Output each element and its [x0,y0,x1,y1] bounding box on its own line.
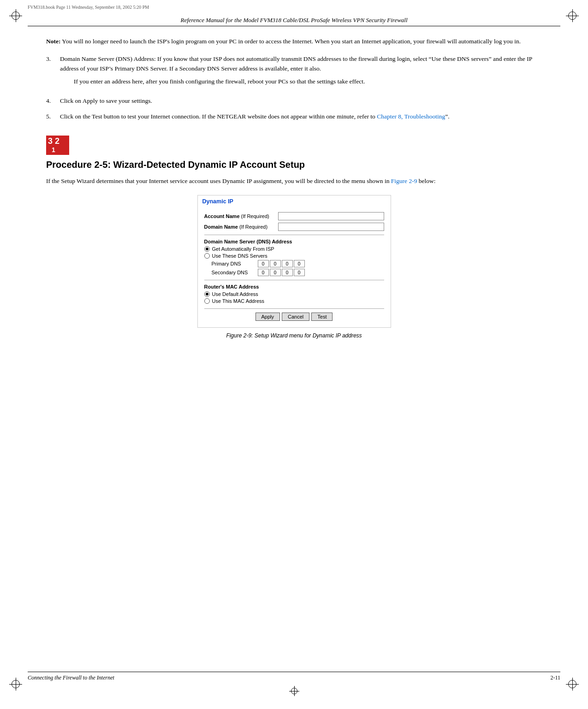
domain-name-row: Domain Name (If Required) [204,223,384,231]
button-row: Apply Cancel Test [204,308,384,323]
test-button[interactable]: Test [311,313,333,321]
procedure-intro-after: below: [417,177,435,184]
primary-dns-oct2[interactable]: 0 [270,260,281,267]
page-container: FVM318.book Page 11 Wednesday, September… [0,0,588,709]
footer-left: Connecting the Firewall to the Internet [28,674,114,681]
item-3-text: Domain Name Server (DNS) Address: If you… [60,55,532,71]
header-text: Reference Manual for the Model FVM318 Ca… [28,17,560,24]
account-name-row: Account Name (If Required) [204,212,384,220]
radio-this-mac[interactable]: Use This MAC Address [204,298,384,304]
procedure-intro: If the Setup Wizard determines that your… [46,177,542,186]
domain-name-label: Domain Name (If Required) [204,224,278,230]
item-3-subpara: If you enter an address here, after you … [74,77,542,86]
main-content: Note: You will no longer need to launch … [46,37,542,348]
item-5-text: Click on the Test button to test your In… [60,113,377,120]
item-4-content: Click on Apply to save your settings. [60,96,542,106]
primary-dns-label: Primary DNS [212,261,258,266]
note-label: Note: [46,38,60,45]
item-3-num: 3. [46,54,60,90]
secondary-dns-oct1[interactable]: 0 [258,269,269,276]
item-5-content: Click on the Test button to test your In… [60,112,542,121]
item-3-content: Domain Name Server (DNS) Address: If you… [60,54,542,90]
item-4-text: Click on Apply to save your settings. [60,97,152,104]
ui-title-bar: Dynamic IP [198,195,391,207]
crosshair-bottom-left [9,678,22,691]
divider-1 [204,235,384,235]
radio-this-mac-circle [204,298,210,304]
primary-dns-inputs: 0 0 0 0 [258,260,305,267]
cancel-button[interactable]: Cancel [282,313,309,321]
note-block: Note: You will no longer need to launch … [46,37,542,46]
radio-default-mac-label: Use Default Address [212,291,258,297]
crosshair-top-right [566,9,579,22]
note-text: You will no longer need to launch the IS… [60,38,521,45]
procedure-icon-nums: 3 21 [48,137,59,154]
account-name-input[interactable] [278,212,384,220]
footer-bar: Connecting the Firewall to the Internet … [28,672,560,681]
figure-caption: Figure 2-9: Setup Wizard menu for Dynami… [46,332,542,339]
radio-get-auto-label: Get Automatically From ISP [212,246,274,252]
dns-section-label: Domain Name Server (DNS) Address [204,239,384,244]
item-4-num: 4. [46,96,60,106]
procedure-icon-wrapper: 3 21 [46,136,542,157]
secondary-dns-label: Secondary DNS [212,270,258,275]
apply-button[interactable]: Apply [255,313,280,321]
ui-body: Account Name (If Required) Domain Name (… [198,207,391,327]
item-5-num: 5. [46,112,60,121]
crosshair-bottom-right [566,678,579,691]
crosshair-top-left [9,9,22,22]
ui-mockup: Dynamic IP Account Name (If Required) Do… [197,195,391,328]
secondary-dns-inputs: 0 0 0 0 [258,269,305,276]
radio-use-dns-label: Use These DNS Servers [212,253,267,259]
secondary-dns-row: Secondary DNS 0 0 0 0 [212,269,384,276]
procedure-section: 3 21 Procedure 2-5: Wizard-Detected Dyna… [46,136,542,186]
footer-right: 2-11 [550,674,560,681]
primary-dns-row: Primary DNS 0 0 0 0 [212,260,384,267]
item-5-text-after: ”. [445,113,449,120]
radio-use-dns-circle [204,253,210,259]
account-name-label: Account Name (If Required) [204,213,278,219]
procedure-title: Procedure 2-5: Wizard-Detected Dynamic I… [46,160,542,170]
file-tab-text: FVM318.book Page 11 Wednesday, September… [28,5,149,10]
secondary-dns-oct4[interactable]: 0 [294,269,305,276]
list-item-4: 4. Click on Apply to save your settings. [46,96,542,106]
radio-this-mac-label: Use This MAC Address [212,298,265,304]
radio-default-mac-circle [204,291,210,297]
bottom-center-mark [289,686,299,696]
item-5-link: Chapter 8, Troubleshooting [377,113,445,120]
header-bar: Reference Manual for the Model FVM318 Ca… [28,17,560,26]
primary-dns-oct1[interactable]: 0 [258,260,269,267]
primary-dns-oct3[interactable]: 0 [282,260,293,267]
file-tab: FVM318.book Page 11 Wednesday, September… [28,5,149,10]
procedure-icon: 3 21 [46,136,69,155]
radio-get-auto[interactable]: Get Automatically From ISP [204,246,384,252]
domain-name-input[interactable] [278,223,384,231]
primary-dns-oct4[interactable]: 0 [294,260,305,267]
radio-use-dns[interactable]: Use These DNS Servers [204,253,384,259]
list-item-3: 3. Domain Name Server (DNS) Address: If … [46,54,542,90]
mac-section-label: Router's MAC Address [204,284,384,290]
figure-container: Dynamic IP Account Name (If Required) Do… [46,195,542,339]
procedure-intro-link: Figure 2-9 [391,177,417,184]
procedure-intro-text: If the Setup Wizard determines that your… [46,177,391,184]
divider-2 [204,280,384,280]
list-item-5: 5. Click on the Test button to test your… [46,112,542,121]
secondary-dns-oct3[interactable]: 0 [282,269,293,276]
radio-default-mac[interactable]: Use Default Address [204,291,384,297]
radio-get-auto-circle [204,246,210,252]
secondary-dns-oct2[interactable]: 0 [270,269,281,276]
